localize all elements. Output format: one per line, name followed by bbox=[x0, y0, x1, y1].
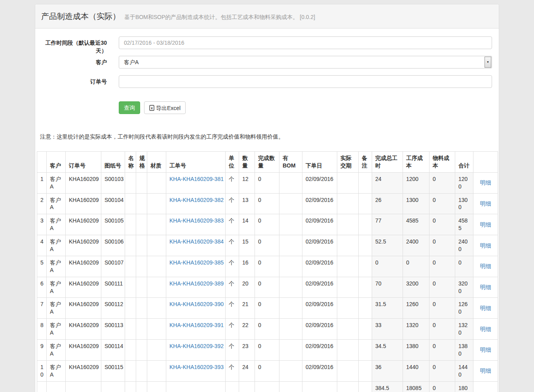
cell-total-hours: 0 bbox=[372, 256, 403, 277]
cell-detail: 明细 bbox=[473, 235, 498, 256]
footer-empty-cell bbox=[47, 381, 66, 392]
column-header-qty: 数量 bbox=[239, 152, 255, 173]
table-footer-row: 384.518085018085 bbox=[37, 381, 498, 392]
customer-select[interactable]: 客户A ▼ bbox=[119, 56, 492, 69]
cell-total-hours: 52.5 bbox=[372, 235, 403, 256]
row-index: 9 bbox=[37, 340, 47, 361]
cell-order-date: 02/09/2016 bbox=[302, 360, 337, 381]
footer-empty-cell bbox=[226, 381, 239, 392]
query-form: 工作时间段（默认最近30 天） 客户 客户A ▼ 订单号 查询 x导出Excel bbox=[35, 29, 499, 114]
work-order-link[interactable]: KHA-KHA160209-381 bbox=[169, 176, 224, 182]
detail-link[interactable]: 明细 bbox=[480, 305, 491, 311]
cell-unit: 个 bbox=[226, 298, 239, 319]
chevron-down-icon[interactable]: ▼ bbox=[485, 57, 491, 68]
work-order-link[interactable]: KHA-KHA160209-385 bbox=[169, 259, 224, 266]
cost-table: 客户订单号图纸号名称规格材质工单号单位数量完成数量有BOM下单日实际交期备注完成… bbox=[37, 151, 498, 392]
cell-material-cost: 0 bbox=[429, 319, 455, 340]
cell-drawing-no: S00107 bbox=[101, 256, 125, 277]
cell-customer: 客户A bbox=[47, 319, 66, 340]
cell-unit: 个 bbox=[226, 256, 239, 277]
work-order-link[interactable]: KHA-KHA160209-382 bbox=[169, 197, 224, 203]
cell-order-no: KHA160209 bbox=[66, 172, 101, 193]
work-order-link[interactable]: KHA-KHA160209-391 bbox=[169, 322, 224, 328]
column-header-spec: 规格 bbox=[136, 152, 147, 173]
cell-work-order: KHA-KHA160209-392 bbox=[166, 340, 226, 361]
cell-process-cost: 1300 bbox=[403, 193, 429, 214]
cell-remark bbox=[359, 214, 372, 235]
table-row: 2客户AKHA160209S00104KHA-KHA160209-382个130… bbox=[37, 193, 498, 214]
work-order-link[interactable]: KHA-KHA160209-383 bbox=[169, 217, 224, 224]
query-button[interactable]: 查询 bbox=[119, 101, 140, 114]
cell-order-no: KHA160209 bbox=[66, 214, 101, 235]
column-header-unit: 单位 bbox=[226, 152, 239, 173]
cell-total-hours: 24 bbox=[372, 172, 403, 193]
column-header-order-no: 订单号 bbox=[66, 152, 101, 173]
detail-link[interactable]: 明细 bbox=[480, 263, 491, 269]
export-excel-button[interactable]: x导出Excel bbox=[144, 101, 186, 114]
cell-unit: 个 bbox=[226, 277, 239, 298]
detail-link[interactable]: 明细 bbox=[480, 367, 491, 374]
cell-done-qty: 0 bbox=[255, 340, 279, 361]
cell-spec bbox=[136, 235, 147, 256]
detail-link[interactable]: 明细 bbox=[480, 284, 491, 290]
cell-spec bbox=[136, 319, 147, 340]
work-order-link[interactable]: KHA-KHA160209-393 bbox=[169, 364, 224, 370]
detail-link[interactable]: 明细 bbox=[480, 200, 491, 207]
cell-total: 3200 bbox=[455, 277, 473, 298]
work-order-link[interactable]: KHA-KHA160209-384 bbox=[169, 238, 224, 245]
cell-material bbox=[147, 172, 166, 193]
row-index: 7 bbox=[37, 298, 47, 319]
footer-empty-cell bbox=[125, 381, 136, 392]
table-header-row: 客户订单号图纸号名称规格材质工单号单位数量完成数量有BOM下单日实际交期备注完成… bbox=[37, 152, 498, 173]
cell-order-no: KHA160209 bbox=[66, 256, 101, 277]
cell-total-hours: 31.5 bbox=[372, 298, 403, 319]
order-no-label: 订单号 bbox=[35, 75, 107, 86]
cell-total: 4585 bbox=[455, 214, 473, 235]
excel-file-icon: x bbox=[149, 106, 154, 112]
time-range-input[interactable] bbox=[119, 36, 492, 49]
note-text: 注意：这里统计的是实际成本，工作时间段代表着该时间段内发生的工序完成价值和物料领… bbox=[40, 133, 494, 141]
table-row: 5客户AKHA160209S00107KHA-KHA160209-385个160… bbox=[37, 256, 498, 277]
cell-remark bbox=[359, 340, 372, 361]
cell-material-cost: 0 bbox=[429, 277, 455, 298]
cell-customer: 客户A bbox=[47, 235, 66, 256]
column-header-detail bbox=[473, 152, 498, 173]
cell-actual-delivery bbox=[337, 214, 359, 235]
cell-name bbox=[125, 277, 136, 298]
cell-unit: 个 bbox=[226, 235, 239, 256]
cell-spec bbox=[136, 298, 147, 319]
cell-material bbox=[147, 319, 166, 340]
order-no-input[interactable] bbox=[119, 75, 492, 88]
work-order-link[interactable]: KHA-KHA160209-389 bbox=[169, 280, 224, 287]
column-header-process-cost: 工序成本 bbox=[403, 152, 429, 173]
cell-remark bbox=[359, 172, 372, 193]
cell-name bbox=[125, 340, 136, 361]
cell-spec bbox=[136, 277, 147, 298]
footer-empty-cell bbox=[37, 381, 47, 392]
cell-spec bbox=[136, 193, 147, 214]
detail-link[interactable]: 明细 bbox=[480, 221, 491, 228]
cell-done-qty: 0 bbox=[255, 298, 279, 319]
detail-link[interactable]: 明细 bbox=[480, 242, 491, 249]
customer-select-value: 客户A bbox=[124, 59, 139, 65]
footer-empty-cell bbox=[337, 381, 359, 392]
cell-order-date: 02/09/2016 bbox=[302, 172, 337, 193]
cell-qty: 20 bbox=[239, 277, 255, 298]
cell-process-cost: 1200 bbox=[403, 172, 429, 193]
detail-link[interactable]: 明细 bbox=[480, 326, 491, 332]
cell-qty: 23 bbox=[239, 340, 255, 361]
cell-order-date: 02/09/2016 bbox=[302, 256, 337, 277]
cell-order-date: 02/09/2016 bbox=[302, 193, 337, 214]
cell-total: 1260 bbox=[455, 298, 473, 319]
cell-has-bom bbox=[279, 172, 302, 193]
cell-name bbox=[125, 235, 136, 256]
cell-has-bom bbox=[279, 193, 302, 214]
work-order-link[interactable]: KHA-KHA160209-390 bbox=[169, 301, 224, 307]
detail-link[interactable]: 明细 bbox=[480, 179, 491, 186]
cell-unit: 个 bbox=[226, 340, 239, 361]
cell-customer: 客户A bbox=[47, 360, 66, 381]
work-order-link[interactable]: KHA-KHA160209-392 bbox=[169, 343, 224, 349]
detail-link[interactable]: 明细 bbox=[480, 346, 491, 353]
cell-customer: 客户A bbox=[47, 256, 66, 277]
cell-material-cost: 0 bbox=[429, 214, 455, 235]
